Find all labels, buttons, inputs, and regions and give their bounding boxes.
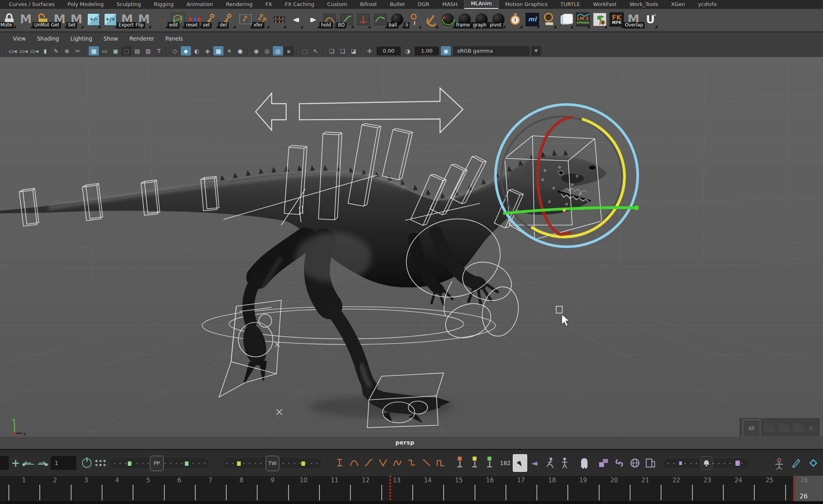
shadows-icon[interactable]: ●: [235, 46, 245, 55]
snap-move-icon[interactable]: ⊕: [62, 46, 72, 55]
frame-number[interactable]: 11: [331, 477, 338, 484]
knife-icon[interactable]: ✂: [73, 46, 83, 55]
curve-tangent-v-icon[interactable]: [377, 450, 390, 475]
globe-icon[interactable]: [629, 450, 641, 475]
shelf-item-mel-script[interactable]: M: [18, 10, 33, 29]
curve-tangent-bounce-icon[interactable]: [391, 450, 404, 475]
shelf-item-graph[interactable]: graph: [474, 10, 489, 29]
lighting-icon[interactable]: ☀: [224, 46, 234, 55]
key-green-icon[interactable]: [485, 450, 494, 475]
link-icon[interactable]: [614, 450, 624, 475]
shelf-tab-custom[interactable]: Custom: [321, 0, 354, 9]
motion-blur-icon[interactable]: ◎: [262, 46, 272, 55]
door-panel-icon[interactable]: [645, 450, 656, 475]
paste-buffer-icon[interactable]: ❏: [338, 46, 348, 55]
curve-tangent-step-icon[interactable]: [406, 450, 419, 475]
contrast-field[interactable]: 1.00: [415, 47, 439, 55]
frame-number[interactable]: 16: [486, 477, 494, 484]
hud-folder-icon[interactable]: [793, 425, 804, 432]
shelf-item-get[interactable]: MGet: [52, 10, 67, 29]
shelf-item-lm2-spring[interactable]: LM 2SPRING: [575, 10, 590, 29]
frame-number[interactable]: 9: [270, 477, 274, 484]
gate-mask-icon[interactable]: ▢: [121, 46, 131, 55]
shelf-tab-xgen[interactable]: XGen: [665, 0, 692, 9]
shelf-item-key-frame-box[interactable]: [238, 10, 253, 29]
shelf-tab-bullet[interactable]: Bullet: [383, 0, 411, 9]
film-gate-icon[interactable]: ▭: [100, 46, 110, 55]
time-slider[interactable]: 1234567891011121314151617181920212223242…: [0, 475, 823, 501]
panel-menu-view[interactable]: View: [7, 35, 31, 42]
shelf-tab-animation[interactable]: Animation: [180, 0, 219, 9]
safe-action-icon[interactable]: ▥: [143, 46, 153, 55]
field-chart-icon[interactable]: ▤: [132, 46, 142, 55]
safe-title-icon[interactable]: T: [154, 46, 164, 55]
diamond-tool-icon[interactable]: [807, 450, 820, 475]
shelf-tab-rigging[interactable]: Rigging: [147, 0, 180, 9]
frame-number[interactable]: 24: [735, 477, 742, 484]
wireframe-on-shaded-icon[interactable]: ▩: [213, 46, 223, 55]
shelf-tab-bifrost[interactable]: Bifrost: [354, 0, 383, 9]
add-keyframe-button[interactable]: +: [11, 450, 20, 475]
component-select-icon[interactable]: ◄: [531, 450, 537, 475]
select-cursor-icon[interactable]: ↖: [311, 46, 321, 55]
shelf-item-flip[interactable]: MFlip: [137, 10, 151, 29]
run-walk-icon[interactable]: [545, 450, 555, 475]
shelf-item-arc-curve[interactable]: [373, 10, 388, 29]
shelf-tab-fx[interactable]: FX: [259, 0, 278, 9]
tw-button[interactable]: TW: [266, 456, 279, 471]
shelf-tab-dgr[interactable]: DGR: [411, 0, 436, 9]
frame-number[interactable]: 20: [610, 477, 618, 484]
crop-icon[interactable]: ◪: [348, 46, 358, 55]
frame-number[interactable]: 2: [53, 477, 57, 484]
shelf-item-notes-page[interactable]: [559, 10, 573, 29]
stand-man-icon[interactable]: [560, 450, 569, 475]
shelf-item-badge[interactable]: [542, 10, 557, 29]
shelf-tab-motion-graphics[interactable]: Motion Graphics: [499, 0, 554, 9]
frame-number[interactable]: 21: [641, 477, 649, 484]
frame-number[interactable]: 10: [300, 477, 307, 484]
shelf-item-delete-key[interactable]: del: [221, 10, 236, 29]
shelf-item-overlap[interactable]: MOverlap: [626, 10, 641, 29]
next-keyframe-button[interactable]: →: [39, 450, 46, 475]
shelf-tab-curves-surfaces[interactable]: Curves / Surfaces: [2, 0, 61, 9]
wireframe-icon[interactable]: ◇: [170, 46, 180, 55]
frame-number[interactable]: 7: [209, 477, 213, 484]
frame-number[interactable]: 12: [362, 477, 369, 484]
textured-icon[interactable]: ◈: [203, 46, 213, 55]
curve-tangent-smooth-icon[interactable]: [348, 450, 361, 475]
frame-number[interactable]: 3: [84, 477, 88, 484]
curve-tangent-ease-icon[interactable]: [362, 450, 375, 475]
bounding-box-icon[interactable]: ◐: [192, 46, 202, 55]
panel-menu-panels[interactable]: Panels: [160, 35, 188, 42]
spine-control[interactable]: [382, 128, 412, 180]
panel-menu-renderer[interactable]: Renderer: [124, 35, 160, 42]
curve-tangent-step2-icon[interactable]: [435, 450, 448, 475]
shelf-item-bd-curve[interactable]: BD: [339, 10, 354, 29]
frame-number[interactable]: 5: [146, 477, 150, 484]
hud-folder-icon[interactable]: [779, 425, 789, 432]
frame-number[interactable]: 15: [455, 477, 463, 484]
resolution-gate-icon[interactable]: ▣: [111, 46, 121, 55]
notify-slider[interactable]: [663, 450, 749, 475]
view-transform-dropdown[interactable]: sRGB gamma: [453, 46, 530, 56]
grease-pencil-icon[interactable]: ✎: [51, 46, 61, 55]
shelf-item-key-rows[interactable]: [272, 10, 287, 29]
blocks-icon[interactable]: [598, 450, 609, 475]
panel-menu-show[interactable]: Show: [98, 35, 123, 42]
shelf-tab-work-tools[interactable]: Work_Tools: [623, 0, 664, 9]
hud-all-button[interactable]: All: [743, 420, 760, 436]
bookmark-icon[interactable]: ▮: [40, 46, 50, 55]
curve-tangent-flat-icon[interactable]: [334, 450, 346, 475]
tw-slider[interactable]: TW: [222, 450, 322, 475]
ao-icon[interactable]: ◉: [251, 46, 261, 55]
contrast-icon[interactable]: ◑: [403, 46, 413, 55]
dots-grid-button[interactable]: [95, 450, 107, 475]
shelf-item-balloon[interactable]: li: [407, 10, 422, 29]
shelf-tab-turtle[interactable]: TURTLE: [554, 0, 586, 9]
shelf-item-stopwatch[interactable]: [508, 10, 523, 29]
camera-lock-icon[interactable]: ▭◂: [18, 46, 29, 55]
shelf-item-transfer-keys[interactable]: xfer: [255, 10, 270, 29]
multisample-icon[interactable]: ◎: [273, 46, 283, 55]
character-joint-icon[interactable]: [773, 450, 785, 475]
shelf-item-set[interactable]: MSet: [69, 10, 84, 29]
